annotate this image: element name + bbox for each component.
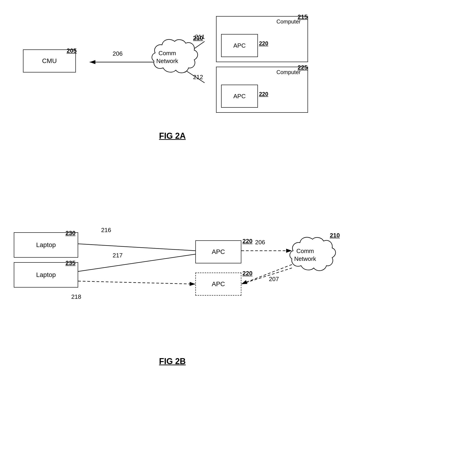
fig-2b-label: FIG 2B: [138, 357, 207, 366]
apc-220b-ref: 220: [259, 91, 268, 97]
line-206b: 206: [255, 239, 265, 246]
line-218: 218: [71, 293, 81, 300]
fig-2a-label: FIG 2A: [138, 131, 207, 141]
apc-220a-label: APC: [233, 42, 245, 49]
computer-225-box: Computer APC 220: [216, 67, 308, 113]
computer-215-box: Computer APC 220: [216, 16, 308, 62]
laptop-230-ref: 230: [66, 230, 75, 237]
comm-network-2b-ref: 210: [330, 232, 340, 239]
line-206a: 206: [113, 50, 123, 57]
line-207: 207: [269, 276, 279, 283]
line-212: 212: [193, 74, 203, 81]
apc-220a-box: APC: [221, 34, 258, 57]
svg-line-5: [78, 244, 195, 251]
comm-network-2a: CommNetwork: [149, 37, 200, 83]
computer-215-label: Computer: [277, 18, 301, 25]
computer-225-label: Computer: [277, 69, 301, 75]
apc-220d-box: APC: [195, 273, 241, 296]
line-211: 211: [195, 33, 205, 40]
apc-220b-label: APC: [233, 93, 245, 100]
apc-220a-ref: 220: [259, 40, 268, 47]
laptop-230-label: Laptop: [36, 241, 56, 249]
svg-line-6: [78, 254, 195, 271]
diagram-container: CMU 205 206 CommNetwork 210 211 212 Comp…: [0, 0, 476, 449]
apc-220b-box: APC: [221, 85, 258, 108]
computer-225-ref: 225: [298, 64, 307, 71]
line-216: 216: [101, 227, 111, 234]
apc-220c-ref: 220: [243, 238, 252, 245]
apc-220c-box: APC: [195, 240, 241, 263]
cmu-label: CMU: [42, 57, 57, 65]
apc-220c-label: APC: [212, 248, 225, 256]
laptop-235-ref: 235: [66, 259, 75, 267]
comm-network-2b: CommNetwork: [287, 235, 338, 281]
line-217: 217: [113, 252, 123, 259]
computer-215-ref: 215: [298, 13, 307, 20]
apc-220d-ref: 220: [243, 270, 252, 277]
cmu-ref: 205: [67, 47, 77, 54]
laptop-235-label: Laptop: [36, 271, 56, 279]
apc-220d-label: APC: [212, 280, 225, 288]
